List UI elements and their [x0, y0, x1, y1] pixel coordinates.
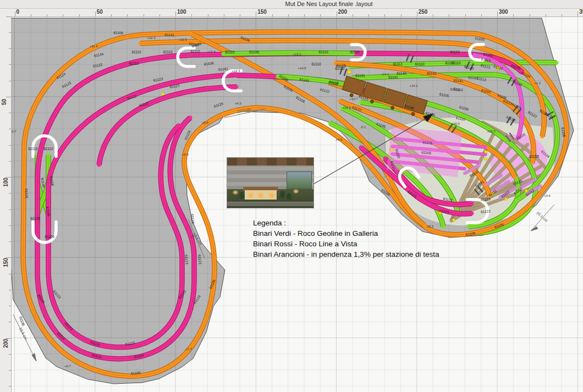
elevation-label: +11.3: [90, 45, 98, 48]
photo-tree: [239, 192, 244, 199]
ruler-tick: [9, 48, 11, 49]
ruler-tick: [578, 12, 578, 16]
ruler-tick: [433, 14, 433, 16]
legend-line-arancioni: Binari Arancioni - in pendenza 1,3% per …: [253, 249, 439, 260]
photo-backdrop: [287, 172, 311, 189]
ruler-tick: [497, 12, 498, 16]
ruler-label: 100: [177, 9, 186, 15]
ruler-tick: [9, 241, 11, 242]
photo-tree: [287, 193, 292, 200]
track-label: 61110: [43, 147, 53, 151]
ruler-tick: [449, 14, 449, 16]
ruler-tick: [546, 14, 546, 16]
ruler-tick: [337, 12, 337, 16]
photo-lamp: [293, 189, 299, 194]
ruler-tick: [288, 14, 289, 16]
ruler-tick: [9, 290, 11, 290]
photo-window-light: [259, 194, 262, 197]
ruler-tick: [111, 14, 112, 16]
ruler-label: 250: [419, 9, 428, 15]
ruler-tick: [63, 14, 63, 16]
ruler-tick: [9, 274, 11, 274]
track-label: 61110: [28, 147, 37, 151]
ruler-tick: [562, 14, 562, 16]
ruler-tick: [530, 14, 530, 16]
track-label: 61110: [450, 50, 459, 54]
ruler-tick: [9, 306, 11, 306]
ruler-tick: [9, 386, 11, 387]
track-label: 61106: [249, 50, 259, 54]
elevation-label: +7.7: [185, 347, 193, 351]
ruler-tick: [369, 14, 369, 16]
ruler-tick: [95, 12, 96, 16]
track-label: 61110: [190, 49, 200, 53]
ruler-label: 100: [3, 178, 9, 187]
photo-tree: [280, 191, 285, 198]
ruler-tick: [320, 14, 321, 16]
ruler-tick: [256, 12, 256, 16]
window-titlebar[interactable]: Mut De Nes Layout finale .layout: [0, 0, 583, 9]
track-label: 61112: [393, 62, 402, 66]
uncoupler-marker[interactable]: [161, 92, 164, 95]
ruler-tick: [9, 193, 11, 194]
ruler-tick: [31, 14, 31, 16]
elevation-label: +5.6: [202, 121, 209, 124]
photo-inset[interactable]: [227, 158, 314, 208]
track-label: 61141: [164, 33, 174, 37]
uncoupler-marker[interactable]: [452, 218, 455, 221]
elevation-label: +12.3: [147, 36, 156, 40]
track-label: 61141: [427, 71, 437, 75]
photo-ceiling: [227, 158, 314, 165]
elevation-label: +15.0: [451, 122, 460, 125]
ruler-tick: [6, 97, 11, 97]
ruler-tick: [9, 161, 11, 162]
track-label: 61141: [388, 75, 398, 79]
ruler-label: 200: [3, 339, 9, 348]
uncoupler-marker[interactable]: [504, 197, 507, 200]
ruler-label: 50: [97, 9, 103, 15]
ruler-tick: [6, 16, 11, 17]
track-label: 61110: [163, 50, 172, 54]
uncoupler-marker[interactable]: [484, 150, 487, 153]
elevation-label: +14.5: [298, 67, 306, 70]
elevation-label: +4.5: [336, 138, 343, 141]
legend-line-verdi: Binari Verdi - Roco Geoline in Galleria: [253, 228, 439, 239]
ruler-tick: [144, 14, 144, 16]
track-label: 61106: [25, 189, 29, 198]
track-label: 61110: [131, 50, 141, 54]
ruler-tick: [224, 14, 224, 16]
elevation-label: +14.3: [342, 106, 351, 109]
dimension-label: 33.9 cm: [18, 327, 28, 340]
elevation-label: +13.7: [349, 97, 358, 101]
elevation-label: +6.3: [235, 102, 242, 105]
uncoupler-marker[interactable]: [390, 148, 393, 151]
ruler-label: 350: [579, 9, 583, 15]
ruler-tick: [9, 322, 11, 322]
ruler-tick: [175, 12, 176, 16]
ruler-tick: [191, 14, 192, 16]
photo-window-light: [270, 194, 273, 197]
ruler-tick: [9, 81, 11, 81]
track-label: 61105: [45, 235, 54, 239]
dimension-label: 20.1 cm: [536, 211, 548, 223]
ruler-label: 300: [499, 9, 508, 15]
legend-text[interactable]: Legenda : Binari Verdi - Roco Geoline in…: [253, 218, 439, 260]
photo-lamp: [233, 190, 238, 195]
elevation-label: +0.7: [64, 365, 72, 368]
photo-track: [227, 202, 314, 206]
ruler-tick: [9, 64, 11, 65]
legend-title: Legenda :: [253, 218, 439, 228]
window-title: Mut De Nes Layout finale .layout: [0, 1, 583, 7]
ruler-tick: [160, 14, 160, 16]
elevation-label: +3.6: [544, 194, 551, 197]
ruler-tick: [353, 14, 353, 16]
track-label: 61141: [355, 74, 365, 78]
signal-marker[interactable]: [348, 70, 351, 74]
ruler-tick: [417, 12, 417, 16]
ruler-label: 150: [257, 9, 267, 15]
ruler-label: 50: [1, 99, 7, 105]
uncoupler-marker[interactable]: [484, 157, 487, 160]
ruler-tick: [47, 14, 47, 16]
ruler-tick: [9, 113, 11, 113]
track-planner-window: 6110661141611466114061134611106111061110…: [0, 0, 583, 392]
